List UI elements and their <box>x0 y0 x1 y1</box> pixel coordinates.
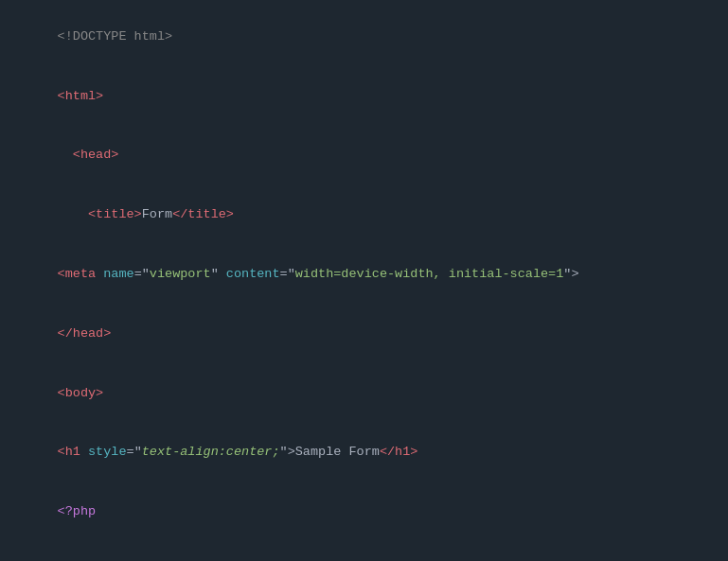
code-line-1: <!DOCTYPE html> <box>0 8 728 67</box>
doctype-text: <!DOCTYPE html> <box>58 29 173 44</box>
code-line-5: <meta name="viewport" content="width=dev… <box>0 245 728 305</box>
code-editor: <!DOCTYPE html> <html> <head> <title>For… <box>0 0 728 561</box>
code-line-8: <h1 style="text-align:center;">Sample Fo… <box>0 423 728 482</box>
code-line-2: <html> <box>0 67 728 127</box>
code-line-4: <title>Form</title> <box>0 185 728 245</box>
html-tag: <html> <box>58 89 104 103</box>
code-line-9: <?php <box>0 482 728 542</box>
code-line-7: <body> <box>0 364 728 424</box>
code-line-3: <head> <box>0 127 728 186</box>
code-line-6: </head> <box>0 305 728 364</box>
head-open-tag: <head> <box>73 148 119 162</box>
code-line-10: $part = $_GET['part']; <box>0 542 728 561</box>
